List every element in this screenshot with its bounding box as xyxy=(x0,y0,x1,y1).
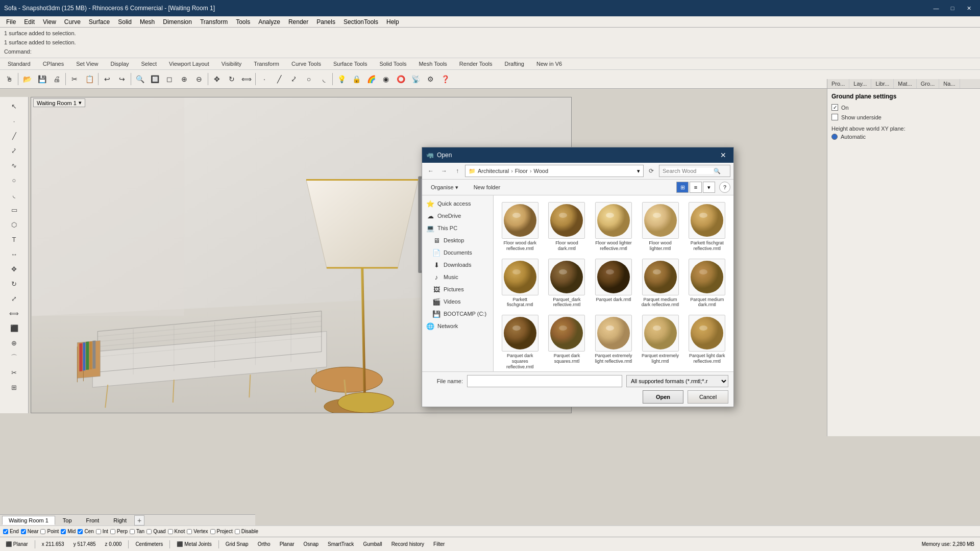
viewport-dropdown-icon[interactable]: ▾ xyxy=(79,99,82,106)
tab-solid-tools[interactable]: Solid Tools xyxy=(374,59,412,68)
tb-save[interactable]: 💾 xyxy=(35,72,49,86)
sidebar-music[interactable]: ♪ Music xyxy=(422,271,493,283)
tb-polyline[interactable]: ⤦ xyxy=(287,72,301,86)
tool-curve[interactable]: ∿ xyxy=(4,158,24,172)
file-parkett-fischgrat[interactable]: Parkett fischgrat.rmtl xyxy=(498,256,543,311)
sidebar-desktop[interactable]: 🖥 Desktop xyxy=(422,234,493,246)
tb-zoom-all[interactable]: ◻ xyxy=(162,72,177,86)
on-checkbox[interactable] xyxy=(831,104,838,111)
dialog-refresh-button[interactable]: ⟳ xyxy=(646,165,657,177)
tb-mirror[interactable]: ⟺ xyxy=(239,72,254,86)
tab-cplanes[interactable]: CPlanes xyxy=(37,59,70,68)
sb-gumball[interactable]: Gumball xyxy=(360,541,384,547)
menu-file[interactable]: File xyxy=(2,17,20,27)
tb-render[interactable]: 🌈 xyxy=(364,72,378,86)
dialog-cancel-button[interactable]: Cancel xyxy=(688,390,728,404)
tb-select-tool[interactable]: 🖱 xyxy=(2,72,16,86)
sb-smarttrack[interactable]: SmartTrack xyxy=(325,541,356,547)
file-floor-wood-lighter-reflective[interactable]: Floor wood lighter reflective.rmtl xyxy=(591,199,636,254)
tb-settings[interactable]: ⚙ xyxy=(423,72,437,86)
file-parquet-extremely-light[interactable]: Parquet extremely light.rmtl xyxy=(638,312,683,371)
filetype-select[interactable]: All supported formats (*.rmtl;*.r xyxy=(626,375,728,387)
sb-filter[interactable]: Filter xyxy=(431,541,447,547)
vp-tab-right[interactable]: Right xyxy=(107,516,133,525)
file-parquet-medium-dark[interactable]: Parquet medium dark.rmtl xyxy=(684,256,729,311)
cb-end[interactable]: End xyxy=(3,529,19,534)
cb-knot[interactable]: Knot xyxy=(168,529,185,534)
tool-polygon[interactable]: ⬡ xyxy=(4,217,24,232)
addr-architectural[interactable]: Architectural xyxy=(478,168,509,174)
menu-view[interactable]: View xyxy=(39,17,60,27)
cb-mid[interactable]: Mid xyxy=(61,529,76,534)
tool-line[interactable]: ╱ xyxy=(4,129,24,143)
addr-floor[interactable]: Floor xyxy=(515,168,528,174)
tb-line[interactable]: ╱ xyxy=(272,72,286,86)
tb-rotate[interactable]: ↻ xyxy=(225,72,239,86)
tool-polyline[interactable]: ⤦ xyxy=(4,143,24,158)
vp-tab-waiting-room[interactable]: Waiting Room 1 xyxy=(2,516,55,525)
sb-plane[interactable]: ⬛ Planar xyxy=(3,541,31,547)
dialog-open-button[interactable]: Open xyxy=(643,390,683,404)
vp-add-viewport-button[interactable]: + xyxy=(134,515,144,525)
tab-standard[interactable]: Standard xyxy=(2,59,36,68)
vp-tab-front[interactable]: Front xyxy=(80,516,106,525)
tb-pan[interactable]: ✥ xyxy=(210,72,224,86)
dialog-close-button[interactable]: ✕ xyxy=(717,150,729,160)
tool-dim[interactable]: ↔ xyxy=(4,247,24,261)
tb-material[interactable]: ⭕ xyxy=(394,72,408,86)
sidebar-bootcamp[interactable]: 💾 BOOTCAMP (C:) xyxy=(422,308,493,320)
tb-lock[interactable]: 🔒 xyxy=(349,72,363,86)
menu-transform[interactable]: Transform xyxy=(196,17,232,27)
tab-set-view[interactable]: Set View xyxy=(70,59,104,68)
tb-light[interactable]: 💡 xyxy=(334,72,349,86)
tool-select[interactable]: ↖ xyxy=(4,99,24,113)
view-details-dropdown[interactable]: ▾ xyxy=(703,182,715,193)
rp-tab-properties[interactable]: Pro... xyxy=(827,79,849,88)
show-underside-checkbox[interactable] xyxy=(831,114,838,120)
tool-boolean[interactable]: ⊕ xyxy=(4,336,24,350)
maximize-button[interactable]: □ xyxy=(945,3,960,13)
tab-drafting[interactable]: Drafting xyxy=(499,59,530,68)
menu-render[interactable]: Render xyxy=(284,17,312,27)
cb-quad[interactable]: Quad xyxy=(146,529,165,534)
rp-tab-materials[interactable]: Mat... xyxy=(894,79,917,88)
close-button[interactable]: ✕ xyxy=(962,3,976,13)
menu-analyze[interactable]: Analyze xyxy=(254,17,284,27)
sidebar-videos[interactable]: 🎬 Videos xyxy=(422,295,493,308)
tool-join[interactable]: ⊞ xyxy=(4,380,24,394)
sidebar-onedrive[interactable]: ☁ OneDrive xyxy=(422,210,493,222)
tb-cut[interactable]: ✂ xyxy=(67,72,82,86)
tb-open[interactable]: 📂 xyxy=(20,72,34,86)
sb-planar[interactable]: Planar xyxy=(277,541,297,547)
cb-cen[interactable]: Cen xyxy=(78,529,93,534)
dialog-up-button[interactable]: ↑ xyxy=(452,165,463,177)
sidebar-quick-access[interactable]: ⭐ Quick access xyxy=(422,197,493,210)
file-floor-wood-dark-reflective[interactable]: Floor wood dark reflective.rmtl xyxy=(498,199,543,254)
menu-mesh[interactable]: Mesh xyxy=(136,17,159,27)
rp-tab-layers[interactable]: Lay... xyxy=(849,79,871,88)
sidebar-downloads[interactable]: ⬇ Downloads xyxy=(422,259,493,271)
tool-mirror[interactable]: ⟺ xyxy=(4,306,24,320)
dialog-forward-button[interactable]: → xyxy=(438,165,450,177)
menu-curve[interactable]: Curve xyxy=(60,17,85,27)
sb-units[interactable]: Centimeters xyxy=(133,541,165,547)
view-large-icons[interactable]: ⊞ xyxy=(676,182,689,193)
tb-paste[interactable]: 📋 xyxy=(82,72,96,86)
filename-input[interactable] xyxy=(467,375,622,387)
tb-arc[interactable]: ◟ xyxy=(316,72,331,86)
file-parquet-dark[interactable]: Parquet dark.rmtl xyxy=(591,256,636,311)
dialog-search-icon[interactable]: 🔍 xyxy=(714,168,721,174)
tb-zoom[interactable]: 🔍 xyxy=(133,72,147,86)
tool-rect[interactable]: ▭ xyxy=(4,203,24,217)
tab-mesh-tools[interactable]: Mesh Tools xyxy=(413,59,452,68)
dialog-organise-button[interactable]: Organise ▾ xyxy=(425,183,464,192)
tab-viewport-layout[interactable]: Viewport Layout xyxy=(163,59,215,68)
cb-perp[interactable]: Perp xyxy=(110,529,128,534)
cb-project[interactable]: Project xyxy=(210,529,233,534)
dialog-search-input[interactable] xyxy=(663,168,714,174)
tb-circle[interactable]: ○ xyxy=(302,72,316,86)
tb-point[interactable]: · xyxy=(257,72,272,86)
file-parquet-dark-reflective[interactable]: Parquet_dark reflective.rmtl xyxy=(545,256,590,311)
menu-solid[interactable]: Solid xyxy=(114,17,136,27)
minimize-button[interactable]: — xyxy=(929,3,943,13)
